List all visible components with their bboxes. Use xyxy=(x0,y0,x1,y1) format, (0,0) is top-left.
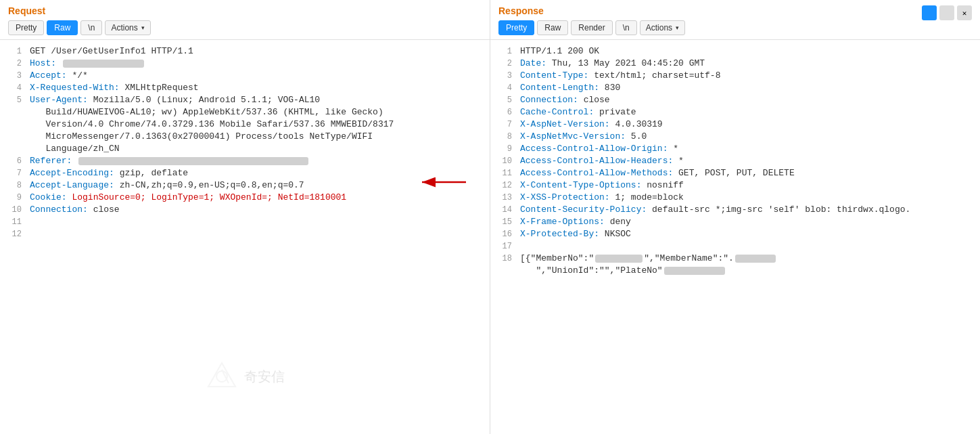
svg-marker-2 xyxy=(208,363,235,387)
request-line-10: 10 Connection: close xyxy=(0,204,490,216)
response-line-2: 2 Date: Thu, 13 May 2021 04:45:20 GMT xyxy=(490,58,980,70)
request-line-5: 5 User-Agent: Mozilla/5.0 (Linux; Androi… xyxy=(0,94,490,155)
response-header: Response Pretty Raw Render \n Actions ▾ … xyxy=(490,0,980,40)
response-tab-pretty[interactable]: Pretty xyxy=(498,20,534,35)
request-toolbar: Pretty Raw \n Actions ▾ xyxy=(8,20,482,35)
request-line-8: 8 Accept-Language: zh-CN,zh;q=0.9,en-US;… xyxy=(0,179,490,192)
request-tab-pretty[interactable]: Pretty xyxy=(8,20,44,35)
response-line-10: 10 Access-Control-Allow-Headers: * xyxy=(490,155,980,167)
request-content: 1 GET /User/GetUserInfo1 HTTP/1.1 2 Host… xyxy=(0,40,490,434)
request-line-6: 6 Referer: xyxy=(0,155,490,167)
response-tab-newline[interactable]: \n xyxy=(615,20,637,35)
top-right-buttons: ✕ xyxy=(922,5,972,20)
response-line-12: 12 X-Content-Type-Options: nosniff xyxy=(490,179,980,192)
response-line-4: 4 Content-Length: 830 xyxy=(490,82,980,94)
response-line-14: 14 Content-Security-Policy: default-src … xyxy=(490,204,980,216)
response-line-18: 18 [{"MemberNo":"","MemberName":". ","Un… xyxy=(490,253,980,277)
response-line-9: 9 Access-Control-Allow-Origin: * xyxy=(490,143,980,155)
response-line-15: 15 X-Frame-Options: deny xyxy=(490,216,980,228)
response-line-5: 5 Connection: close xyxy=(490,94,980,106)
request-tab-newline[interactable]: \n xyxy=(80,20,102,35)
request-line-3: 3 Accept: */* xyxy=(0,70,490,82)
request-line-7: 7 Accept-Encoding: gzip, deflate xyxy=(0,167,490,179)
request-line-4: 4 X-Requested-With: XMLHttpRequest xyxy=(0,82,490,94)
response-tab-render[interactable]: Render xyxy=(571,20,612,35)
request-actions-chevron: ▾ xyxy=(141,24,145,31)
request-header: Request Pretty Raw \n Actions ▾ xyxy=(0,0,490,40)
response-line-7: 7 X-AspNet-Version: 4.0.30319 xyxy=(490,118,980,131)
response-line-17: 17 xyxy=(490,240,980,253)
response-line-13: 13 X-XSS-Protection: 1; mode=block xyxy=(490,192,980,204)
request-line-11: 11 xyxy=(0,216,490,228)
request-line-9: 9 Cookie: LoginSource=0; LoginType=1; WX… xyxy=(0,192,490,204)
response-actions-chevron: ▾ xyxy=(676,24,679,31)
response-line-16: 16 X-Protected-By: NKSOC xyxy=(490,228,980,240)
svg-point-4 xyxy=(216,371,227,382)
response-panel: Response Pretty Raw Render \n Actions ▾ … xyxy=(490,0,980,434)
watermark: 奇安信 xyxy=(205,360,285,393)
request-line-2: 2 Host: xyxy=(0,58,490,70)
response-title: Response xyxy=(498,5,972,16)
response-actions-label: Actions xyxy=(646,23,672,32)
svg-line-3 xyxy=(222,370,229,383)
request-actions-label: Actions xyxy=(111,23,137,32)
top-btn-2[interactable] xyxy=(939,5,954,20)
response-line-8: 8 X-AspNetMvc-Version: 5.0 xyxy=(490,131,980,143)
response-line-1: 1 HTTP/1.1 200 OK xyxy=(490,45,980,58)
response-tab-raw[interactable]: Raw xyxy=(537,20,568,35)
request-tab-raw[interactable]: Raw xyxy=(47,20,78,35)
response-actions-button[interactable]: Actions ▾ xyxy=(640,20,685,35)
response-line-6: 6 Cache-Control: private xyxy=(490,106,980,118)
request-panel: Request Pretty Raw \n Actions ▾ 1 GET /U… xyxy=(0,0,490,434)
response-line-11: 11 Access-Control-Allow-Methods: GET, PO… xyxy=(490,167,980,179)
top-btn-3[interactable]: ✕ xyxy=(957,5,972,20)
request-line-12: 12 xyxy=(0,228,490,240)
response-toolbar: Pretty Raw Render \n Actions ▾ xyxy=(498,20,972,35)
request-title: Request xyxy=(8,5,482,16)
request-line-1: 1 GET /User/GetUserInfo1 HTTP/1.1 xyxy=(0,45,490,58)
request-actions-button[interactable]: Actions ▾ xyxy=(105,20,150,35)
top-btn-1[interactable] xyxy=(922,5,937,20)
response-line-3: 3 Content-Type: text/html; charset=utf-8 xyxy=(490,70,980,82)
response-content: 1 HTTP/1.1 200 OK 2 Date: Thu, 13 May 20… xyxy=(490,40,980,434)
